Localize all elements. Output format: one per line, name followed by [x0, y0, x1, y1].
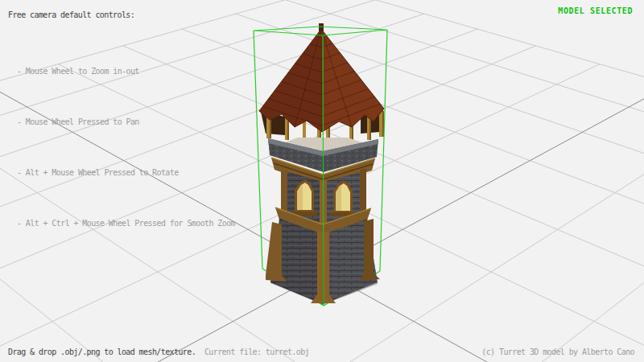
current-file-label: Current file: turret.obj	[204, 348, 309, 356]
credit-label: (c) Turret 3D model by Alberto Cano	[481, 348, 634, 356]
control-hint: - Alt + Mouse Wheel Pressed to Rotate	[17, 164, 235, 181]
footer-left: Drag & drop .obj/.png to load mesh/textu…	[8, 348, 309, 356]
control-hint: - Mouse Wheel to Zoom in-out	[17, 63, 235, 80]
status-badge: MODEL SELECTED	[558, 6, 633, 15]
corner-post-right	[360, 168, 366, 213]
viewport-3d[interactable]: Free camera default controls: - Mouse Wh…	[0, 0, 644, 362]
roof-finial	[319, 23, 324, 31]
control-hint: - Mouse Wheel Pressed to Pan	[17, 113, 235, 130]
corner-post-left	[281, 169, 287, 214]
roof	[259, 23, 384, 132]
drop-hint: Drag & drop .obj/.png to load mesh/textu…	[8, 348, 196, 356]
controls-title: Free camera default controls:	[8, 10, 134, 19]
controls-list: - Mouse Wheel to Zoom in-out - Mouse Whe…	[17, 29, 235, 265]
control-hint: - Alt + Ctrl + Mouse Wheel Pressed for S…	[17, 215, 235, 232]
grid-line	[182, 29, 644, 321]
